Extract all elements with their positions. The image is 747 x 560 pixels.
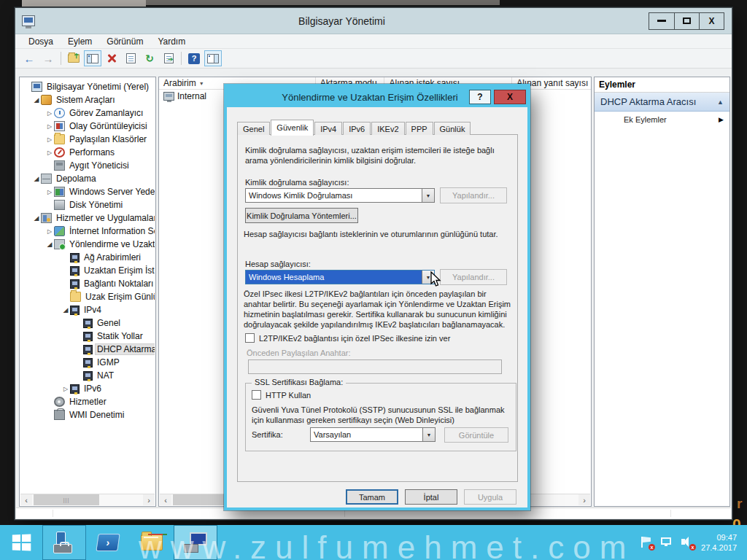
expanded-icon[interactable]: ◢ [32, 175, 41, 182]
ipsec-policy-checkbox[interactable] [245, 333, 255, 343]
tree-item-storage[interactable]: ◢Depolama [20, 172, 155, 185]
collapsed-icon[interactable]: ▷ [61, 386, 70, 392]
menu-help[interactable]: Yardım [150, 35, 193, 48]
expanded-icon[interactable]: ◢ [61, 306, 70, 314]
tree-item-network-interfaces[interactable]: Ağ Arabirimleri [20, 251, 155, 264]
help-button[interactable]: ? [185, 50, 203, 66]
actions-item-more-actions[interactable]: Ek Eylemler ▶ [595, 112, 729, 128]
delete-button[interactable] [103, 50, 120, 66]
tree-item-static-routes[interactable]: Statik Yollar [20, 330, 155, 343]
tab-gunluk[interactable]: Günlük [434, 122, 471, 135]
taskbar-server-manager[interactable] [42, 525, 86, 560]
properties-button[interactable] [122, 50, 139, 66]
taskbar-file-explorer[interactable] [130, 525, 174, 560]
volume-muted-icon[interactable]: x [681, 537, 694, 548]
tab-ipv6[interactable]: IPv6 [343, 122, 371, 135]
tree-item-shared-folders[interactable]: ▷Paylaşılan Klasörler [20, 133, 155, 146]
http-checkbox[interactable] [252, 390, 261, 400]
accounting-provider-combobox[interactable]: Windows Hesaplama ▼ [245, 270, 435, 284]
auth-methods-button[interactable]: Kimlik Doğrulama Yöntemleri... [245, 208, 358, 223]
actions-section-dhcp-relay[interactable]: DHCP Aktarma Aracısı ▲ [595, 93, 729, 112]
tree-item-general[interactable]: Genel [20, 316, 155, 330]
tree-item-igmp[interactable]: IGMP [20, 356, 155, 369]
taskbar-computer-management[interactable] [174, 525, 217, 560]
expanded-icon[interactable]: ◢ [45, 241, 54, 248]
dialog-close-button[interactable]: X [494, 90, 526, 104]
tree-item-ports[interactable]: Bağlantı Noktaları [20, 277, 155, 290]
close-button[interactable]: X [699, 13, 724, 29]
start-button[interactable] [0, 525, 42, 560]
export-list-button[interactable] [160, 50, 177, 66]
tree-item-windows-server-backup[interactable]: ▷Windows Server Yedekleme [20, 185, 155, 198]
apply-button[interactable]: Uygula [464, 489, 516, 505]
scroll-right-icon[interactable]: › [578, 494, 590, 505]
show-actions-pane-button[interactable] [204, 50, 222, 66]
ok-button[interactable]: Tamam [346, 489, 398, 505]
tree-item-routing-remote-access[interactable]: ◢Yönlendirme ve Uzaktan Erişim [20, 238, 155, 251]
tab-ppp[interactable]: PPP [406, 122, 433, 135]
http-checkbox-row[interactable]: HTTP Kullan [252, 390, 311, 400]
action-center-flag-icon[interactable]: x [640, 537, 653, 548]
maximize-button[interactable] [674, 13, 699, 29]
forward-button[interactable]: → [39, 50, 57, 66]
tree-item-system-tools[interactable]: ◢Sistem Araçları [20, 93, 155, 106]
menu-file[interactable]: Dosya [21, 35, 61, 48]
tab-ipv4[interactable]: IPv4 [314, 122, 342, 135]
dropdown-arrow-icon[interactable]: ▼ [422, 271, 434, 284]
taskbar-powershell[interactable]: › [86, 525, 130, 560]
tree-item-nat[interactable]: NAT [20, 369, 155, 382]
tab-ikev2[interactable]: IKEv2 [371, 122, 404, 135]
show-console-tree-button[interactable] [84, 50, 101, 66]
collapsed-icon[interactable]: ▷ [45, 228, 54, 235]
tree-item-computer-management[interactable]: Bilgisayar Yönetimi (Yerel) [20, 80, 155, 93]
tree-item-disk-management[interactable]: Disk Yönetimi [20, 198, 155, 211]
auth-provider-combobox[interactable]: Windows Kimlik Doğrulaması ▼ [245, 188, 435, 203]
titlebar[interactable]: Bilgisayar Yönetimi X [15, 8, 732, 34]
tab-guvenlik[interactable]: Güvenlik [271, 120, 314, 136]
dialog-help-button[interactable]: ? [469, 90, 491, 104]
view-certificate-button[interactable]: Görüntüle [444, 427, 508, 443]
psk-input[interactable] [248, 359, 502, 374]
refresh-button[interactable]: ↻ [141, 50, 158, 66]
minimize-button[interactable] [649, 13, 674, 29]
cancel-button[interactable]: İptal [405, 489, 457, 505]
tree-item-services[interactable]: Hizmetler [20, 395, 155, 408]
tree-item-task-scheduler[interactable]: ▷Görev Zamanlayıcı [20, 106, 155, 120]
expanded-icon[interactable]: ◢ [32, 214, 41, 222]
tree-item-wmi-control[interactable]: WMI Denetimi [20, 408, 155, 421]
collapsed-icon[interactable]: ▷ [45, 110, 54, 117]
tab-genel[interactable]: Genel [237, 122, 270, 135]
tree-item-dhcp-relay-agent[interactable]: DHCP Aktarma Aracısı [20, 343, 155, 356]
scroll-left-icon[interactable]: ‹ [20, 494, 32, 505]
tree-item-remote-access-logging[interactable]: Uzak Erişim Günlüğü [20, 290, 155, 303]
menu-action[interactable]: Eylem [61, 35, 99, 48]
tree-item-performance[interactable]: ▷Performans [20, 146, 155, 159]
certificate-combobox[interactable]: Varsayılan ▼ [310, 427, 436, 442]
tree-item-event-viewer[interactable]: ▷Olay Görüntüleyicisi [20, 120, 155, 133]
tree-item-device-manager[interactable]: Aygıt Yöneticisi [20, 159, 155, 172]
tree-item-ipv4[interactable]: ◢IPv4 [20, 303, 155, 316]
taskbar-clock[interactable]: 09:47 27.4.2017 [701, 532, 740, 553]
network-status-icon[interactable] [660, 537, 673, 548]
collapsed-icon[interactable]: ▷ [45, 136, 54, 143]
collapsed-icon[interactable]: ▷ [45, 189, 54, 195]
collapsed-icon[interactable]: ▷ [45, 149, 54, 156]
tree-horizontal-scrollbar[interactable]: ‹ ||| › [20, 494, 155, 505]
scroll-left-icon[interactable]: ‹ [160, 494, 171, 505]
menu-view[interactable]: Görünüm [99, 35, 150, 48]
tree-item-ipv6[interactable]: ▷IPv6 [20, 382, 155, 395]
tree-item-iis[interactable]: ▷İnternet Information Services [20, 225, 155, 238]
back-button[interactable]: ← [20, 50, 38, 66]
collapsed-icon[interactable]: ▷ [45, 123, 54, 130]
tree-item-remote-access-clients[interactable]: Uzaktan Erişim İstemcileri [20, 264, 155, 277]
accounting-configure-button[interactable]: Yapılandır... [440, 269, 507, 285]
ipsec-policy-checkbox-row[interactable]: L2TP/IKEv2 bağlantısı için özel IPSec il… [245, 333, 450, 343]
scrollbar-thumb[interactable]: ||| [34, 494, 99, 505]
expanded-icon[interactable]: ◢ [32, 96, 41, 104]
dropdown-arrow-icon[interactable]: ▼ [422, 189, 434, 202]
scroll-right-icon[interactable]: › [143, 494, 155, 505]
dialog-titlebar[interactable]: Yönlendirme ve Uzaktan Erişim Özellikler… [227, 87, 527, 107]
scrollbar-track[interactable]: ||| [32, 494, 143, 505]
tree-item-services-and-applications[interactable]: ◢Hizmetler ve Uygulamalar [20, 211, 155, 225]
dropdown-arrow-icon[interactable]: ▼ [422, 428, 435, 441]
